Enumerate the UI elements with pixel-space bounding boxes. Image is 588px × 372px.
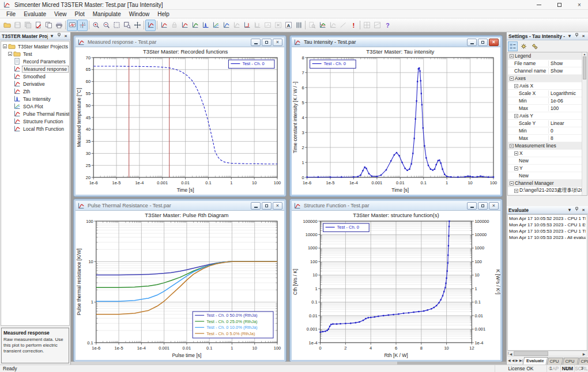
evaluate-horizontal-scrollbar[interactable]: ◀ ▶ xyxy=(507,351,587,356)
tree-item-smoothed[interactable]: Smoothed xyxy=(1,73,69,80)
window-titlebar[interactable]: Measured response - Test.par × xyxy=(76,37,284,47)
close-panel-icon[interactable]: × xyxy=(63,33,69,39)
apply-gear-icon[interactable] xyxy=(519,41,529,51)
grid-expander[interactable] xyxy=(510,181,514,185)
zoom-window-icon[interactable] xyxy=(122,20,132,31)
tau-intensity-plot-icon[interactable] xyxy=(200,20,210,31)
setting-value[interactable]: 0 xyxy=(548,128,582,134)
tree-item-derivative[interactable]: Derivative xyxy=(1,80,69,88)
setting-value[interactable]: Logarithmic xyxy=(548,90,582,96)
open-icon[interactable] xyxy=(2,20,12,31)
minimize-button[interactable] xyxy=(251,202,261,210)
setting-value[interactable]: Linear xyxy=(548,120,582,126)
tau-intensity-chart[interactable]: 1e-61e-51e-40.0010.010.1110100012345678T… xyxy=(292,47,500,195)
chevron-down-icon[interactable]: ▾ xyxy=(567,207,572,213)
tree-item-test[interactable]: Test xyxy=(1,50,69,58)
tree-expander[interactable] xyxy=(8,52,12,56)
grid-expander[interactable] xyxy=(514,114,518,118)
restore-button[interactable] xyxy=(478,39,488,46)
menu-window[interactable]: Window xyxy=(125,10,154,18)
soa-plot-icon[interactable] xyxy=(210,20,221,31)
setting-group[interactable]: Legend xyxy=(508,52,582,60)
close-panel-icon[interactable]: × xyxy=(581,207,586,213)
copy-icon[interactable] xyxy=(43,20,54,31)
evaluate-icon[interactable] xyxy=(317,20,327,31)
tree-item-tau-intensity[interactable]: Tau Intensity xyxy=(1,95,69,103)
tree-item-structure-function[interactable]: Structure Function xyxy=(1,117,69,125)
restore-button[interactable] xyxy=(262,39,272,46)
setting-group[interactable]: X xyxy=(508,150,582,157)
menu-evaluate[interactable]: Evaluate xyxy=(20,10,50,18)
chevron-down-icon[interactable]: ▾ xyxy=(49,33,55,39)
measured-view-icon[interactable] xyxy=(67,20,77,31)
close-panel-icon[interactable]: × xyxy=(581,33,586,39)
menu-file[interactable]: File xyxy=(2,10,20,18)
grid-lines-icon[interactable] xyxy=(293,20,304,31)
pan-icon[interactable] xyxy=(132,20,142,31)
tab-cpu-3[interactable]: CPU 3 xyxy=(578,358,588,365)
window-titlebar[interactable]: Structure Function - Test.par × xyxy=(292,201,500,211)
annotate-icon[interactable]: A xyxy=(283,20,293,31)
minimize-button[interactable] xyxy=(467,202,477,210)
categorized-view-icon[interactable] xyxy=(508,41,518,51)
tab-next-icon[interactable]: ▶ xyxy=(515,357,519,365)
mdi-horizontal-scrollbar[interactable] xyxy=(71,362,506,365)
setting-group[interactable]: Axes xyxy=(508,75,582,82)
structure-function-plot-icon[interactable] xyxy=(242,20,252,31)
setting-value[interactable]: Show xyxy=(548,68,582,74)
tree-expander[interactable] xyxy=(3,44,7,48)
menu-view[interactable]: View xyxy=(50,10,71,18)
setting-group[interactable]: D:\angel\21-2023處理事項\2023_... xyxy=(508,187,582,195)
tree-item-local-rth-function[interactable]: Local Rth Function xyxy=(1,125,69,132)
plot-window-icon[interactable] xyxy=(145,20,156,31)
tree-item-record-parameters[interactable]: Record Parameters xyxy=(1,58,69,65)
tree-item-soa-plot[interactable]: SOA Plot xyxy=(1,103,69,110)
tree-item-zth[interactable]: Zth xyxy=(1,88,69,95)
setting-group[interactable]: Axis Y xyxy=(508,112,582,120)
zth-plot-icon[interactable] xyxy=(190,20,200,31)
smoothed-plot-icon[interactable] xyxy=(159,20,169,31)
minimize-button[interactable] xyxy=(467,39,477,46)
derivative-plot-icon[interactable] xyxy=(179,20,190,31)
tree-item-measured-response[interactable]: Measured response xyxy=(1,65,69,73)
grid-expander[interactable] xyxy=(514,189,518,193)
grid-expander[interactable] xyxy=(510,54,514,58)
cursor-tool-icon[interactable] xyxy=(77,20,88,31)
pin-icon[interactable] xyxy=(574,33,579,39)
setting-value[interactable]: 100 xyxy=(548,105,582,111)
menu-help[interactable]: Help xyxy=(153,10,174,18)
app-titlebar[interactable]: Simcenter Micred T3STER Master: Test.par… xyxy=(0,0,588,10)
help-icon[interactable]: ? xyxy=(382,20,393,31)
setting-group[interactable]: Measurement lines xyxy=(508,142,582,150)
close-button[interactable]: × xyxy=(571,0,588,9)
setting-group[interactable]: Y xyxy=(508,165,582,172)
tab-cpu-1[interactable]: CPU 1 xyxy=(547,358,563,365)
setting-value[interactable]: 8 xyxy=(548,135,582,141)
zoom-fit-icon[interactable] xyxy=(111,20,122,31)
apply-all-gear-icon[interactable] xyxy=(530,41,540,51)
window-titlebar[interactable]: Tau Intensity - Test.par × xyxy=(292,37,500,47)
maximize-button[interactable] xyxy=(551,0,568,9)
grid-expander[interactable] xyxy=(514,151,518,155)
measured-response-chart[interactable]: 1e-61e-51e-40.0010.010.11101002025303540… xyxy=(76,47,284,195)
setting-value[interactable]: 1e-06 xyxy=(548,98,582,104)
tab-evaluate[interactable]: Evaluate xyxy=(523,357,548,365)
menu-manipulate[interactable]: Manipulate xyxy=(89,10,125,18)
zoom-in-icon[interactable] xyxy=(91,20,101,31)
abort-icon[interactable]: ! xyxy=(348,20,359,31)
tree-item-t3ster-master-projects[interactable]: T3Ster Master Projects xyxy=(1,43,69,50)
window-titlebar[interactable]: Pulse Thermal Resistance - Test.par × xyxy=(76,201,284,211)
print-icon[interactable] xyxy=(54,20,64,31)
export-report-icon[interactable] xyxy=(33,20,43,31)
grid-expander[interactable] xyxy=(510,144,514,148)
pulse-rth-plot-icon[interactable] xyxy=(221,20,231,31)
pin-icon[interactable] xyxy=(574,207,579,213)
restore-button[interactable] xyxy=(478,202,488,210)
chevron-down-icon[interactable]: ▾ xyxy=(567,33,572,39)
setting-group[interactable]: Channel Manager xyxy=(508,180,582,187)
close-button[interactable]: × xyxy=(273,202,282,210)
menu-plot[interactable]: Plot xyxy=(71,10,89,18)
structure-function-chart[interactable]: 0246810121e-40.0010.010.1110100100010000… xyxy=(292,211,500,360)
pin-icon[interactable] xyxy=(56,33,62,39)
grid-expander[interactable] xyxy=(514,84,518,88)
